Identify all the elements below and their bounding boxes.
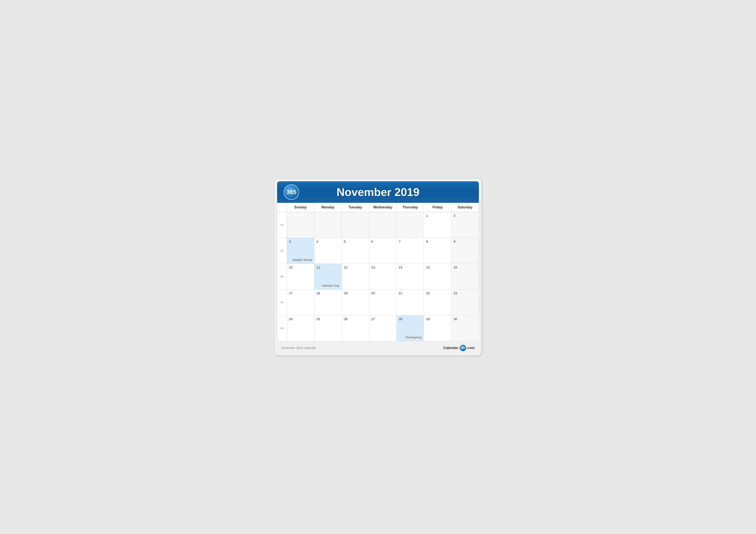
day-header-wednesday: Wednesday [369,203,396,212]
calendar-wrapper: 365 November 2019 SundayMondayTuesdayWed… [275,179,481,355]
logo-circle: 365 [284,184,299,200]
calendar-cell: 24 [287,316,314,341]
day-number: 4 [316,240,339,243]
day-number: 9 [454,240,476,243]
holiday-label: Thanksgiving [405,336,422,339]
day-number: 26 [344,317,367,321]
day-number: 7 [399,240,421,243]
calendar-cell: 23 [451,290,479,316]
week-number-44: 44 [277,212,287,238]
calendar-cell: 7 [396,238,424,264]
holiday-label: Daylight Saving [292,258,312,261]
calendar-cell: 28Thanksgiving [396,316,424,341]
brand-logo-circle: 365 [460,345,466,351]
day-number: 3 [289,240,312,243]
day-number: 24 [289,317,312,321]
calendar-cell: 20 [369,290,396,316]
week-num-header-blank [277,203,287,212]
day-header-monday: Monday [314,203,341,212]
calendar-cell [396,212,424,238]
day-number: 25 [316,317,339,321]
calendar-cell: 19 [342,290,369,316]
calendar-cell: 6 [369,238,396,264]
day-number: 10 [289,266,312,269]
calendar-cell: 8 [424,238,451,264]
calendar-grid: 4412453Daylight Saving456789461011Vetera… [277,212,479,341]
day-number: 11 [316,266,339,269]
calendar-cell: 29 [424,316,451,341]
day-number: 1 [426,214,449,217]
calendar-cell: 26 [342,316,369,341]
calendar-cell [314,212,341,238]
calendar-cell: 17 [287,290,314,316]
calendar-cell: 16 [451,264,479,290]
day-number: 30 [454,317,477,321]
calendar-header: 365 November 2019 [277,181,479,203]
calendar-footer: November 2019 Calendar Calendar-365.com [277,341,479,353]
brand-prefix: Calendar- [443,346,459,350]
calendar-cell: 3Daylight Saving [287,238,314,264]
day-number: 8 [426,240,449,243]
day-number: 14 [399,266,421,269]
calendar-cell: 27 [369,316,396,341]
calendar-cell: 10 [287,264,314,290]
day-number: 12 [344,266,367,269]
day-header-thursday: Thursday [396,203,424,212]
day-number: 5 [344,240,367,243]
day-number: 21 [399,291,421,295]
calendar-cell [342,212,369,238]
calendar-cell: 1 [424,212,451,238]
calendar-cell: 12 [342,264,369,290]
day-headers-row: SundayMondayTuesdayWednesdayThursdayFrid… [277,203,479,212]
day-number: 17 [289,291,312,295]
calendar-cell: 4 [314,238,341,264]
day-number: 23 [454,291,476,295]
day-number: 13 [371,266,394,269]
holiday-label: Veterans' Day [322,284,339,287]
brand-suffix: .com [467,346,474,350]
footer-brand: Calendar-365.com [443,345,474,351]
calendar-cell: 25 [314,316,341,341]
day-number: 16 [454,266,476,269]
calendar-cell: 2 [451,212,479,238]
calendar-cell: 5 [342,238,369,264]
day-header-sunday: Sunday [287,203,314,212]
day-number: 29 [426,317,449,321]
day-number: 6 [371,240,394,243]
day-number: 22 [426,291,449,295]
calendar-cell: 11Veterans' Day [314,264,341,290]
week-number-48: 48 [277,316,287,341]
day-header-saturday: Saturday [451,203,479,212]
day-header-tuesday: Tuesday [342,203,369,212]
day-number: 27 [371,317,394,321]
calendar-cell [369,212,396,238]
calendar-cell: 21 [396,290,424,316]
day-header-friday: Friday [424,203,451,212]
day-number: 19 [344,291,367,295]
day-number: 15 [426,266,449,269]
calendar-cell: 15 [424,264,451,290]
day-number: 18 [316,291,339,295]
day-number: 28 [399,317,421,321]
page-title: November 2019 [284,186,472,198]
calendar-cell: 13 [369,264,396,290]
calendar-cell [287,212,314,238]
calendar-cell: 22 [424,290,451,316]
week-number-46: 46 [277,264,287,290]
day-number: 2 [454,214,476,217]
week-number-47: 47 [277,290,287,316]
calendar-cell: 9 [451,238,479,264]
calendar-container: 365 November 2019 SundayMondayTuesdayWed… [277,181,479,341]
day-number: 20 [371,291,394,295]
week-number-45: 45 [277,238,287,264]
calendar-cell: 14 [396,264,424,290]
calendar-cell: 30 [451,316,479,341]
calendar-cell: 18 [314,290,341,316]
footer-caption: November 2019 Calendar [282,346,316,350]
